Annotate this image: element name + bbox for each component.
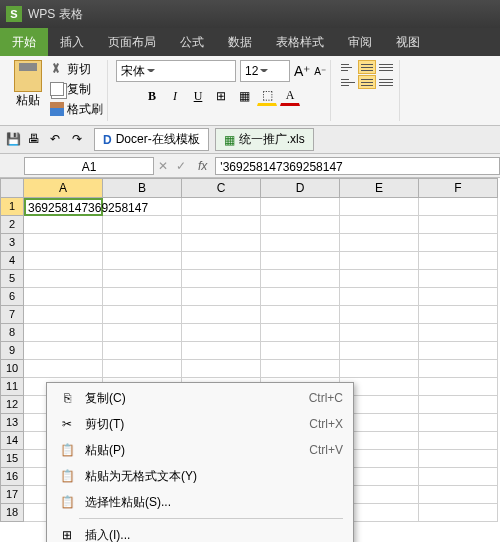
cell[interactable] — [261, 270, 340, 288]
cell[interactable] — [103, 342, 182, 360]
cell[interactable] — [419, 342, 498, 360]
underline-button[interactable]: U — [188, 86, 208, 106]
row-header[interactable]: 6 — [0, 288, 24, 306]
paste-button[interactable]: 粘贴 — [10, 60, 46, 118]
cell[interactable] — [24, 306, 103, 324]
font-color-button[interactable]: A — [280, 86, 300, 106]
cell[interactable] — [261, 360, 340, 378]
tab-layout[interactable]: 页面布局 — [96, 28, 168, 56]
bold-button[interactable]: B — [142, 86, 162, 106]
cell[interactable] — [182, 324, 261, 342]
cell[interactable] — [261, 252, 340, 270]
cell[interactable] — [24, 360, 103, 378]
row-header[interactable]: 16 — [0, 468, 24, 486]
row-header[interactable]: 18 — [0, 504, 24, 522]
cell[interactable] — [419, 486, 498, 504]
cell[interactable] — [182, 198, 261, 216]
row-header[interactable]: 17 — [0, 486, 24, 504]
cell[interactable] — [24, 270, 103, 288]
cell[interactable] — [24, 234, 103, 252]
cell[interactable] — [261, 216, 340, 234]
row-header[interactable]: 13 — [0, 414, 24, 432]
cell[interactable] — [24, 216, 103, 234]
col-header-d[interactable]: D — [261, 178, 340, 198]
cell[interactable] — [340, 360, 419, 378]
ctx-复制(C)[interactable]: ⎘复制(C)Ctrl+C — [49, 385, 351, 411]
cell[interactable] — [419, 216, 498, 234]
tab-data[interactable]: 数据 — [216, 28, 264, 56]
ctx-粘贴(P)[interactable]: 📋粘贴(P)Ctrl+V — [49, 437, 351, 463]
cell[interactable] — [24, 252, 103, 270]
align-top-center[interactable] — [358, 60, 376, 74]
ctx-插入(I)...[interactable]: ⊞插入(I)... — [49, 522, 351, 542]
cell[interactable] — [182, 216, 261, 234]
cell[interactable] — [419, 252, 498, 270]
brush-button[interactable]: 格式刷 — [50, 100, 103, 118]
col-header-c[interactable]: C — [182, 178, 261, 198]
ctx-选择性粘贴(S)...[interactable]: 📋选择性粘贴(S)... — [49, 489, 351, 515]
cell[interactable] — [419, 306, 498, 324]
col-header-b[interactable]: B — [103, 178, 182, 198]
size-select[interactable]: 12 — [240, 60, 290, 82]
tab-formula[interactable]: 公式 — [168, 28, 216, 56]
cell[interactable] — [340, 198, 419, 216]
name-box[interactable]: A1 — [24, 157, 154, 175]
fx-icon[interactable]: fx — [198, 159, 207, 173]
border-button[interactable]: ⊞ — [211, 86, 231, 106]
cell[interactable] — [419, 360, 498, 378]
col-header-a[interactable]: A — [24, 178, 103, 198]
cell[interactable] — [182, 288, 261, 306]
grow-font-button[interactable]: A⁺ — [294, 63, 310, 79]
align-top-right[interactable] — [377, 60, 395, 74]
save-icon[interactable]: 💾 — [6, 132, 22, 148]
align-right[interactable] — [377, 75, 395, 89]
row-header[interactable]: 2 — [0, 216, 24, 234]
select-all-corner[interactable] — [0, 178, 24, 198]
docer-tab[interactable]: DDocer-在线模板 — [94, 128, 209, 151]
cell[interactable] — [261, 306, 340, 324]
cell[interactable] — [419, 468, 498, 486]
cell[interactable] — [182, 360, 261, 378]
row-header[interactable]: 5 — [0, 270, 24, 288]
formula-input[interactable]: '369258147369258147 — [215, 157, 500, 175]
merge-button[interactable]: ▦ — [234, 86, 254, 106]
cell[interactable]: 369258147369258147 — [24, 198, 103, 216]
undo-icon[interactable]: ↶ — [50, 132, 66, 148]
cancel-icon[interactable]: ✕ — [158, 159, 168, 173]
row-header[interactable]: 11 — [0, 378, 24, 396]
cell[interactable] — [419, 396, 498, 414]
cell[interactable] — [340, 216, 419, 234]
cell[interactable] — [261, 342, 340, 360]
row-header[interactable]: 9 — [0, 342, 24, 360]
row-header[interactable]: 14 — [0, 432, 24, 450]
row-header[interactable]: 15 — [0, 450, 24, 468]
cut-button[interactable]: 剪切 — [50, 60, 103, 78]
cell[interactable] — [103, 198, 182, 216]
cell[interactable] — [261, 288, 340, 306]
row-header[interactable]: 3 — [0, 234, 24, 252]
align-center[interactable] — [358, 75, 376, 89]
cell[interactable] — [419, 324, 498, 342]
row-header[interactable]: 7 — [0, 306, 24, 324]
shrink-font-button[interactable]: A⁻ — [314, 66, 326, 77]
cell[interactable] — [24, 342, 103, 360]
cell[interactable] — [182, 234, 261, 252]
tab-review[interactable]: 审阅 — [336, 28, 384, 56]
cell[interactable] — [419, 234, 498, 252]
align-left[interactable] — [339, 75, 357, 89]
cell[interactable] — [419, 198, 498, 216]
tab-start[interactable]: 开始 — [0, 28, 48, 56]
cell[interactable] — [261, 234, 340, 252]
cell[interactable] — [103, 252, 182, 270]
cell[interactable] — [103, 270, 182, 288]
cell[interactable] — [182, 342, 261, 360]
col-header-e[interactable]: E — [340, 178, 419, 198]
cell[interactable] — [103, 360, 182, 378]
cell[interactable] — [182, 270, 261, 288]
row-header[interactable]: 10 — [0, 360, 24, 378]
cell[interactable] — [340, 252, 419, 270]
redo-icon[interactable]: ↷ — [72, 132, 88, 148]
cell[interactable] — [340, 306, 419, 324]
italic-button[interactable]: I — [165, 86, 185, 106]
cell[interactable] — [182, 306, 261, 324]
